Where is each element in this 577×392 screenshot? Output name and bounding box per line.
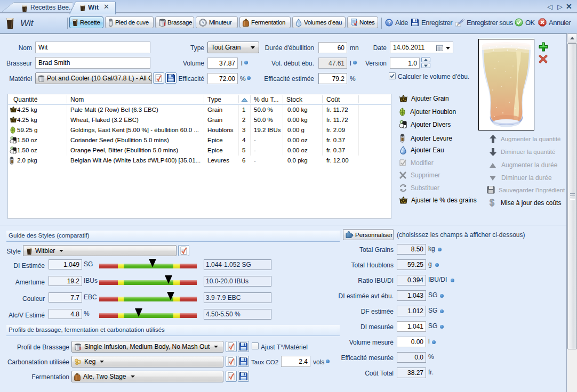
svg-text:$: $: [490, 198, 494, 207]
svg-text:?: ?: [388, 20, 391, 26]
